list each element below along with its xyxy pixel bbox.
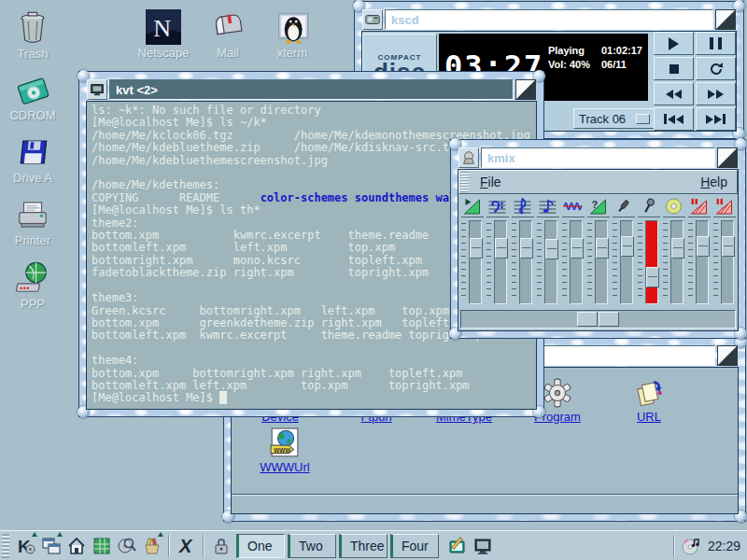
- panel-grip[interactable]: [2, 534, 9, 558]
- volume-slider-microphone[interactable]: [638, 220, 660, 304]
- next-track-button[interactable]: [696, 107, 736, 131]
- menubar-grip[interactable]: [460, 172, 469, 192]
- panel-button-k-menu[interactable]: K: [14, 534, 37, 557]
- kmix-title[interactable]: kmix: [481, 147, 715, 168]
- pause-button[interactable]: [696, 32, 736, 55]
- rec-pause-icon[interactable]: [688, 196, 711, 217]
- desktop-icon-cdrom[interactable]: CDROM: [0, 72, 65, 122]
- menu-help[interactable]: Help: [691, 175, 737, 189]
- slider-handle[interactable]: [571, 238, 584, 259]
- desktop-icon-drive-a[interactable]: Drive A: [0, 134, 65, 185]
- kscd-title[interactable]: kscd: [385, 9, 713, 30]
- music-note-icon[interactable]: [537, 196, 559, 217]
- slider-track[interactable]: [570, 220, 583, 304]
- slider-handle[interactable]: [545, 239, 558, 259]
- slider-handle[interactable]: [646, 267, 659, 287]
- kmix-window-menu-icon[interactable]: [458, 147, 479, 168]
- desktop-icon-netscape[interactable]: N Netscape: [131, 9, 196, 60]
- slider-track[interactable]: [620, 220, 633, 304]
- kfm-sticky-button[interactable]: [717, 345, 738, 366]
- slider-track[interactable]: [670, 220, 684, 304]
- volume-slider-synth[interactable]: [537, 220, 559, 304]
- slider-handle[interactable]: [520, 238, 533, 259]
- slider-handle[interactable]: [621, 236, 634, 257]
- desktop-button-four[interactable]: Four: [390, 534, 439, 558]
- volume-slider-cd[interactable]: [663, 220, 685, 304]
- panel-button-home-folder[interactable]: [64, 534, 88, 557]
- kvt-sticky-button[interactable]: [515, 79, 536, 100]
- play-button[interactable]: [654, 32, 694, 55]
- kvt-titlebar[interactable]: kvt <2>: [87, 79, 536, 100]
- slider-track[interactable]: [494, 220, 507, 304]
- slider-handle[interactable]: [697, 236, 710, 257]
- slider-track[interactable]: [645, 220, 658, 304]
- slider-track[interactable]: [721, 220, 734, 304]
- kfm-icon-url[interactable]: URL: [616, 377, 682, 424]
- panel-tray-kscd-indicator[interactable]: [680, 534, 703, 557]
- panel-button-lock-screen[interactable]: [209, 534, 233, 557]
- loop-button[interactable]: [696, 57, 736, 80]
- desktop-icon-ppp[interactable]: PPP: [0, 260, 65, 311]
- panel-button-find-files[interactable]: [115, 534, 138, 557]
- kfm-icon-wwwurl[interactable]: WWW WWWUrl: [252, 427, 317, 474]
- panel-button-x-terminal[interactable]: X: [175, 534, 198, 557]
- panel-button-terminal[interactable]: [471, 534, 494, 557]
- volume-slider-bass[interactable]: [486, 220, 509, 304]
- kvt-title[interactable]: kvt <2>: [109, 79, 514, 100]
- slider-track[interactable]: [544, 220, 557, 304]
- cd-icon[interactable]: [663, 196, 685, 217]
- stop-button[interactable]: [654, 57, 694, 80]
- rewind-button[interactable]: [654, 82, 694, 105]
- slider-handle[interactable]: [495, 238, 508, 259]
- volume-slider-treble[interactable]: [512, 220, 534, 304]
- previous-track-button[interactable]: [654, 107, 694, 131]
- slider-track[interactable]: [519, 220, 532, 304]
- slider-handle[interactable]: [470, 238, 483, 259]
- slider-track[interactable]: [696, 220, 709, 304]
- question-icon[interactable]: ?: [587, 196, 610, 217]
- desktop-icon-trash[interactable]: Trash: [0, 10, 65, 61]
- treble-clef-icon[interactable]: [512, 196, 534, 217]
- panel-button-notes[interactable]: [445, 534, 469, 557]
- slider-handle[interactable]: [671, 238, 684, 259]
- kmix-sticky-button[interactable]: [717, 147, 738, 168]
- desktop-icon-mail[interactable]: Mail: [195, 9, 261, 60]
- slider-handle[interactable]: [722, 236, 735, 257]
- volume-slider-record2[interactable]: [713, 220, 736, 304]
- kfm-icon-label[interactable]: URL: [616, 410, 682, 424]
- volume-slider-line[interactable]: [613, 220, 635, 304]
- volume-slider-unknown[interactable]: [587, 220, 610, 304]
- desktop-icon-printer[interactable]: Printer: [0, 197, 65, 247]
- wave-icon[interactable]: [562, 196, 585, 217]
- track-selector-button[interactable]: [636, 114, 650, 124]
- window-kmix[interactable]: kmix File Help: [451, 140, 745, 338]
- panel-button-window-list[interactable]: [39, 534, 63, 557]
- desktop-icon-xterm[interactable]: xterm: [260, 9, 325, 60]
- slider-handle[interactable]: [596, 238, 609, 259]
- desktop-button-two[interactable]: Two: [288, 534, 336, 558]
- volume-slider-output[interactable]: [461, 220, 484, 304]
- rec-pause-icon[interactable]: [713, 196, 736, 217]
- kscd-sticky-button[interactable]: [715, 9, 736, 30]
- microphone-icon[interactable]: [638, 196, 660, 217]
- kscd-window-menu-icon[interactable]: [362, 9, 383, 30]
- menu-file[interactable]: File: [471, 175, 511, 189]
- volume-slider-record1[interactable]: [688, 220, 711, 304]
- kmix-bottom-bar[interactable]: [460, 310, 736, 329]
- plug-icon[interactable]: [613, 196, 635, 217]
- bass-clef-icon[interactable]: [486, 196, 509, 217]
- panel-button-applications[interactable]: [90, 534, 113, 557]
- desktop-button-three[interactable]: Three: [339, 534, 388, 558]
- kvt-window-menu-icon[interactable]: [87, 79, 107, 100]
- play-triangle-icon[interactable]: [461, 196, 484, 217]
- forward-button[interactable]: [696, 82, 736, 105]
- slider-track[interactable]: [595, 220, 608, 304]
- desktop-button-one[interactable]: One: [236, 534, 285, 558]
- kmix-bar-button-right[interactable]: [599, 312, 619, 327]
- panel-button-organizer[interactable]: [140, 534, 163, 557]
- kmix-bar-button-left[interactable]: [577, 312, 598, 327]
- volume-slider-pcm[interactable]: [562, 220, 585, 304]
- slider-track[interactable]: [469, 220, 482, 304]
- kmix-titlebar[interactable]: kmix: [458, 147, 738, 168]
- kfm-icon-label[interactable]: WWWUrl: [252, 460, 317, 474]
